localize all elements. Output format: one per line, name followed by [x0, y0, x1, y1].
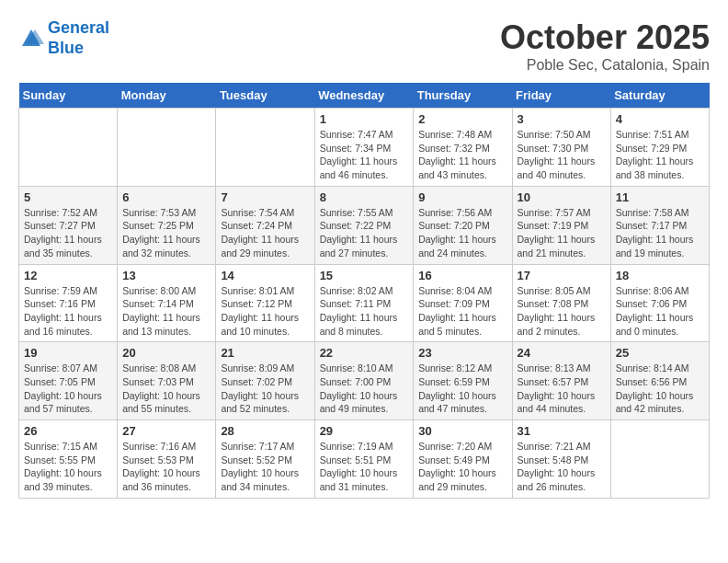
day-number: 10: [518, 190, 606, 204]
day-number: 1: [320, 112, 409, 126]
calendar-cell: 19Sunrise: 8:07 AM Sunset: 7:05 PM Dayli…: [19, 342, 118, 420]
calendar-cell: 15Sunrise: 8:02 AM Sunset: 7:11 PM Dayli…: [314, 264, 414, 342]
day-info: Sunrise: 7:48 AM Sunset: 7:32 PM Dayligh…: [418, 128, 506, 182]
day-info: Sunrise: 7:56 AM Sunset: 7:20 PM Dayligh…: [418, 206, 506, 260]
calendar-cell: [118, 109, 216, 187]
day-info: Sunrise: 7:59 AM Sunset: 7:16 PM Dayligh…: [24, 284, 112, 339]
calendar-cell: 29Sunrise: 7:19 AM Sunset: 5:51 PM Dayli…: [314, 420, 414, 499]
day-info: Sunrise: 7:19 AM Sunset: 5:51 PM Dayligh…: [320, 440, 409, 494]
day-info: Sunrise: 7:17 AM Sunset: 5:52 PM Dayligh…: [221, 440, 309, 494]
calendar-cell: 3Sunrise: 7:50 AM Sunset: 7:30 PM Daylig…: [512, 109, 610, 187]
calendar-cell: 5Sunrise: 7:52 AM Sunset: 7:27 PM Daylig…: [19, 186, 118, 264]
day-number: 13: [122, 269, 210, 282]
day-number: 7: [221, 190, 309, 204]
weekday-header-friday: Friday: [512, 83, 610, 109]
day-info: Sunrise: 7:58 AM Sunset: 7:17 PM Dayligh…: [616, 206, 704, 260]
day-info: Sunrise: 8:00 AM Sunset: 7:14 PM Dayligh…: [122, 284, 210, 339]
day-info: Sunrise: 8:08 AM Sunset: 7:03 PM Dayligh…: [122, 362, 210, 416]
day-number: 28: [221, 424, 309, 438]
day-number: 11: [616, 190, 704, 204]
week-row-4: 19Sunrise: 8:07 AM Sunset: 7:05 PM Dayli…: [19, 342, 710, 420]
day-info: Sunrise: 8:10 AM Sunset: 7:00 PM Dayligh…: [320, 362, 409, 416]
weekday-header-row: SundayMondayTuesdayWednesdayThursdayFrid…: [19, 83, 710, 109]
calendar-table: SundayMondayTuesdayWednesdayThursdayFrid…: [18, 83, 710, 499]
day-number: 29: [320, 424, 409, 438]
day-info: Sunrise: 8:04 AM Sunset: 7:09 PM Dayligh…: [418, 284, 506, 339]
calendar-cell: 12Sunrise: 7:59 AM Sunset: 7:16 PM Dayli…: [19, 264, 118, 342]
day-number: 24: [518, 346, 606, 360]
week-row-5: 26Sunrise: 7:15 AM Sunset: 5:55 PM Dayli…: [19, 420, 710, 499]
calendar-cell: 2Sunrise: 7:48 AM Sunset: 7:32 PM Daylig…: [414, 109, 512, 187]
calendar-cell: 1Sunrise: 7:47 AM Sunset: 7:34 PM Daylig…: [314, 109, 414, 187]
calendar-cell: 28Sunrise: 7:17 AM Sunset: 5:52 PM Dayli…: [216, 420, 314, 499]
day-number: 18: [616, 269, 704, 282]
calendar-cell: 25Sunrise: 8:14 AM Sunset: 6:56 PM Dayli…: [610, 342, 709, 420]
day-number: 26: [24, 424, 112, 438]
day-number: 16: [418, 269, 506, 282]
day-number: 22: [320, 346, 409, 360]
day-info: Sunrise: 7:21 AM Sunset: 5:48 PM Dayligh…: [518, 440, 606, 494]
day-number: 25: [616, 346, 704, 360]
weekday-header-wednesday: Wednesday: [314, 83, 414, 109]
day-info: Sunrise: 7:57 AM Sunset: 7:19 PM Dayligh…: [518, 206, 606, 260]
calendar-cell: 11Sunrise: 7:58 AM Sunset: 7:17 PM Dayli…: [610, 186, 709, 264]
day-number: 12: [24, 269, 112, 282]
weekday-header-tuesday: Tuesday: [216, 83, 314, 109]
logo-line2: Blue: [48, 39, 84, 57]
day-info: Sunrise: 7:52 AM Sunset: 7:27 PM Dayligh…: [24, 206, 112, 260]
week-row-3: 12Sunrise: 7:59 AM Sunset: 7:16 PM Dayli…: [19, 264, 710, 342]
calendar-cell: 23Sunrise: 8:12 AM Sunset: 6:59 PM Dayli…: [414, 342, 512, 420]
location-subtitle: Poble Sec, Catalonia, Spain: [500, 57, 710, 74]
weekday-header-sunday: Sunday: [19, 83, 118, 109]
day-number: 2: [418, 112, 506, 126]
day-number: 5: [24, 190, 112, 204]
day-number: 20: [122, 346, 210, 360]
calendar-cell: 20Sunrise: 8:08 AM Sunset: 7:03 PM Dayli…: [118, 342, 216, 420]
calendar-cell: 17Sunrise: 8:05 AM Sunset: 7:08 PM Dayli…: [512, 264, 610, 342]
logo-line1: General: [48, 18, 109, 37]
day-info: Sunrise: 8:05 AM Sunset: 7:08 PM Dayligh…: [518, 284, 606, 339]
day-info: Sunrise: 8:12 AM Sunset: 6:59 PM Dayligh…: [418, 362, 506, 416]
day-info: Sunrise: 8:13 AM Sunset: 6:57 PM Dayligh…: [518, 362, 606, 416]
day-number: 3: [518, 112, 606, 126]
day-info: Sunrise: 7:54 AM Sunset: 7:24 PM Dayligh…: [221, 206, 309, 260]
day-number: 4: [616, 112, 704, 126]
calendar-cell: 26Sunrise: 7:15 AM Sunset: 5:55 PM Dayli…: [19, 420, 118, 499]
day-number: 8: [320, 190, 409, 204]
day-number: 31: [518, 424, 606, 438]
calendar-cell: 7Sunrise: 7:54 AM Sunset: 7:24 PM Daylig…: [216, 186, 314, 264]
calendar-cell: 24Sunrise: 8:13 AM Sunset: 6:57 PM Dayli…: [512, 342, 610, 420]
weekday-header-saturday: Saturday: [610, 83, 709, 109]
weekday-header-monday: Monday: [118, 83, 216, 109]
week-row-1: 1Sunrise: 7:47 AM Sunset: 7:34 PM Daylig…: [19, 109, 710, 187]
day-info: Sunrise: 8:02 AM Sunset: 7:11 PM Dayligh…: [320, 284, 409, 339]
day-info: Sunrise: 8:14 AM Sunset: 6:56 PM Dayligh…: [616, 362, 704, 416]
calendar-cell: 27Sunrise: 7:16 AM Sunset: 5:53 PM Dayli…: [118, 420, 216, 499]
day-info: Sunrise: 7:47 AM Sunset: 7:34 PM Dayligh…: [320, 128, 409, 182]
day-info: Sunrise: 7:16 AM Sunset: 5:53 PM Dayligh…: [122, 440, 210, 494]
logo-text: General Blue: [48, 18, 109, 58]
calendar-cell: 30Sunrise: 7:20 AM Sunset: 5:49 PM Dayli…: [414, 420, 512, 499]
day-number: 19: [24, 346, 112, 360]
calendar-cell: [610, 420, 709, 499]
calendar-cell: 8Sunrise: 7:55 AM Sunset: 7:22 PM Daylig…: [314, 186, 414, 264]
calendar-cell: 18Sunrise: 8:06 AM Sunset: 7:06 PM Dayli…: [610, 264, 709, 342]
day-number: 15: [320, 269, 409, 282]
day-info: Sunrise: 8:06 AM Sunset: 7:06 PM Dayligh…: [616, 284, 704, 339]
calendar-cell: [216, 109, 314, 187]
day-number: 21: [221, 346, 309, 360]
day-number: 27: [122, 424, 210, 438]
day-info: Sunrise: 8:01 AM Sunset: 7:12 PM Dayligh…: [221, 284, 309, 339]
calendar-cell: 22Sunrise: 8:10 AM Sunset: 7:00 PM Dayli…: [314, 342, 414, 420]
calendar-cell: 21Sunrise: 8:09 AM Sunset: 7:02 PM Dayli…: [216, 342, 314, 420]
day-info: Sunrise: 7:20 AM Sunset: 5:49 PM Dayligh…: [418, 440, 506, 494]
day-number: 9: [418, 190, 506, 204]
day-info: Sunrise: 8:09 AM Sunset: 7:02 PM Dayligh…: [221, 362, 309, 416]
month-title: October 2025: [500, 18, 710, 57]
calendar-cell: 31Sunrise: 7:21 AM Sunset: 5:48 PM Dayli…: [512, 420, 610, 499]
calendar-cell: 13Sunrise: 8:00 AM Sunset: 7:14 PM Dayli…: [118, 264, 216, 342]
day-number: 30: [418, 424, 506, 438]
calendar-cell: 10Sunrise: 7:57 AM Sunset: 7:19 PM Dayli…: [512, 186, 610, 264]
logo: General Blue: [18, 18, 109, 58]
day-info: Sunrise: 8:07 AM Sunset: 7:05 PM Dayligh…: [24, 362, 112, 416]
